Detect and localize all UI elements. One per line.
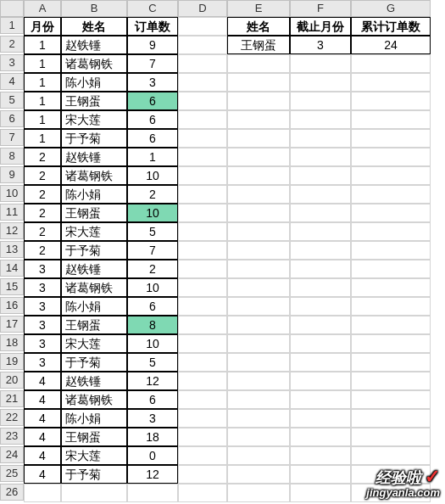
cell-F24[interactable]	[290, 446, 351, 465]
cell-C2[interactable]: 9	[127, 36, 178, 54]
row-header-14[interactable]: 14	[0, 260, 24, 277]
cell-E9[interactable]	[227, 166, 290, 185]
cell-B11[interactable]: 王钢蛋	[61, 204, 127, 222]
cell-D12[interactable]	[178, 222, 227, 241]
cell-C9[interactable]: 10	[127, 166, 178, 185]
row-header-25[interactable]: 25	[0, 465, 24, 482]
cell-G8[interactable]	[351, 148, 431, 166]
cell-F5[interactable]	[290, 92, 351, 110]
cell-B4[interactable]: 陈小娟	[61, 73, 127, 92]
cell-B1[interactable]: 姓名	[61, 17, 127, 36]
row-header-13[interactable]: 13	[0, 241, 24, 258]
cell-B13[interactable]: 于予菊	[61, 241, 127, 260]
cell-B12[interactable]: 宋大莲	[61, 222, 127, 241]
cell-C3[interactable]: 7	[127, 54, 178, 73]
cell-F20[interactable]	[290, 372, 351, 390]
cell-B23[interactable]: 王钢蛋	[61, 428, 127, 446]
col-header-A[interactable]: A	[24, 0, 61, 17]
cell-B25[interactable]: 于予菊	[61, 465, 127, 484]
col-header-G[interactable]: G	[351, 0, 431, 17]
cell-E1[interactable]: 姓名	[227, 17, 290, 36]
cell-F11[interactable]	[290, 204, 351, 222]
cell-G2[interactable]: 24	[351, 36, 431, 54]
cell-F21[interactable]	[290, 390, 351, 409]
cell-D9[interactable]	[178, 166, 227, 185]
cell-F1[interactable]: 截止月份	[290, 17, 351, 36]
cell-D2[interactable]	[178, 36, 227, 54]
cell-G18[interactable]	[351, 334, 431, 353]
cell-D11[interactable]	[178, 204, 227, 222]
cell-G7[interactable]	[351, 129, 431, 148]
cell-B10[interactable]: 陈小娟	[61, 185, 127, 204]
cell-E18[interactable]	[227, 334, 290, 353]
cell-C15[interactable]: 10	[127, 278, 178, 297]
cell-B26[interactable]	[61, 484, 127, 502]
cell-B6[interactable]: 宋大莲	[61, 110, 127, 129]
cell-D13[interactable]	[178, 241, 227, 260]
cell-G17[interactable]	[351, 316, 431, 334]
cell-D15[interactable]	[178, 278, 227, 297]
cell-A14[interactable]: 3	[24, 260, 61, 278]
row-header-18[interactable]: 18	[0, 334, 24, 351]
cell-A4[interactable]: 1	[24, 73, 61, 92]
cell-F18[interactable]	[290, 334, 351, 353]
cell-G11[interactable]	[351, 204, 431, 222]
cell-F26[interactable]	[290, 484, 351, 502]
cell-F10[interactable]	[290, 185, 351, 204]
row-header-15[interactable]: 15	[0, 278, 24, 295]
cell-A24[interactable]: 4	[24, 446, 61, 465]
cell-D16[interactable]	[178, 297, 227, 316]
cell-C22[interactable]: 3	[127, 409, 178, 428]
cell-C6[interactable]: 6	[127, 110, 178, 129]
cell-D1[interactable]	[178, 17, 227, 36]
cell-C17[interactable]: 8	[127, 316, 178, 334]
cell-G6[interactable]	[351, 110, 431, 129]
cell-B8[interactable]: 赵铁锤	[61, 148, 127, 166]
col-header-D[interactable]: D	[178, 0, 227, 17]
cell-A13[interactable]: 2	[24, 241, 61, 260]
cell-G16[interactable]	[351, 297, 431, 316]
row-header-12[interactable]: 12	[0, 222, 24, 239]
cell-A25[interactable]: 4	[24, 465, 61, 484]
cell-D24[interactable]	[178, 446, 227, 465]
cell-B3[interactable]: 诸葛钢铁	[61, 54, 127, 73]
row-header-23[interactable]: 23	[0, 428, 24, 445]
cell-D4[interactable]	[178, 73, 227, 92]
cell-D3[interactable]	[178, 54, 227, 73]
cell-C26[interactable]	[127, 484, 178, 502]
cell-A22[interactable]: 4	[24, 409, 61, 428]
cell-B17[interactable]: 王钢蛋	[61, 316, 127, 334]
cell-E15[interactable]	[227, 278, 290, 297]
cell-B5[interactable]: 王钢蛋	[61, 92, 127, 110]
cell-B14[interactable]: 赵铁锤	[61, 260, 127, 278]
cell-C5[interactable]: 6	[127, 92, 178, 110]
cell-C8[interactable]: 1	[127, 148, 178, 166]
cell-G19[interactable]	[351, 353, 431, 372]
cell-C20[interactable]: 12	[127, 372, 178, 390]
cell-C23[interactable]: 18	[127, 428, 178, 446]
cell-G13[interactable]	[351, 241, 431, 260]
cell-B16[interactable]: 陈小娟	[61, 297, 127, 316]
cell-A16[interactable]: 3	[24, 297, 61, 316]
cell-C24[interactable]: 0	[127, 446, 178, 465]
cell-E22[interactable]	[227, 409, 290, 428]
cell-F9[interactable]	[290, 166, 351, 185]
cell-E23[interactable]	[227, 428, 290, 446]
cell-E12[interactable]	[227, 222, 290, 241]
cell-D26[interactable]	[178, 484, 227, 502]
cell-F23[interactable]	[290, 428, 351, 446]
cell-F17[interactable]	[290, 316, 351, 334]
col-header-C[interactable]: C	[127, 0, 178, 17]
cell-F6[interactable]	[290, 110, 351, 129]
cell-B19[interactable]: 于予菊	[61, 353, 127, 372]
cell-E3[interactable]	[227, 54, 290, 73]
cell-E14[interactable]	[227, 260, 290, 278]
cell-A6[interactable]: 1	[24, 110, 61, 129]
cell-G15[interactable]	[351, 278, 431, 297]
cell-E2[interactable]: 王钢蛋	[227, 36, 290, 54]
col-header-E[interactable]: E	[227, 0, 290, 17]
cell-D14[interactable]	[178, 260, 227, 278]
cell-A17[interactable]: 3	[24, 316, 61, 334]
cell-F2[interactable]: 3	[290, 36, 351, 54]
cell-A23[interactable]: 4	[24, 428, 61, 446]
